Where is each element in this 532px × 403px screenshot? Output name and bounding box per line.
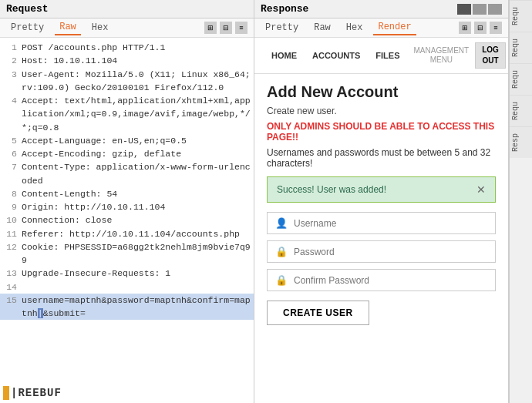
code-line-2: 2 Host: 10.10.11.104: [0, 54, 254, 67]
request-code-area: 1 POST /accounts.php HTTP/1.1 2 Host: 10…: [0, 38, 254, 403]
code-line-8: 8 Content-Length: 54: [0, 187, 254, 200]
site-nav: HOME ACCOUNTS FILES MANAGEMENTMENU LOGOU…: [254, 38, 508, 74]
nav-accounts[interactable]: ACCOUNTS: [305, 46, 368, 65]
password-input[interactable]: [294, 247, 487, 257]
resp-search-icon[interactable]: ⊟: [474, 22, 487, 34]
watermark: |REEBUF: [3, 386, 62, 400]
code-line-3: 3 User-Agent: Mozilla/5.0 (X11; Linux x8…: [0, 68, 254, 95]
success-banner: Success! User was added! ✕: [267, 176, 496, 203]
rendered-page: HOME ACCOUNTS FILES MANAGEMENTMENU LOGOU…: [254, 38, 508, 334]
search-icon[interactable]: ⊟: [220, 22, 232, 34]
page-title: Add New Account: [267, 83, 496, 101]
lock-confirm-icon: 🔒: [275, 274, 288, 286]
code-line-1: 1 POST /accounts.php HTTP/1.1: [0, 41, 254, 54]
inspector-tab-3[interactable]: Requ: [510, 63, 532, 95]
resp-menu-icon[interactable]: ≡: [490, 22, 502, 34]
response-tab-icons: ⊞ ⊟ ≡: [459, 22, 502, 34]
tab-resp-render[interactable]: Render: [373, 20, 416, 35]
code-line-10: 10 Connection: close: [0, 213, 254, 227]
response-panel: Response Pretty Raw Hex Render ⊞ ⊟ ≡ HOM…: [254, 0, 509, 403]
code-line-11: 11 Referer: http://10.10.11.104/accounts…: [0, 227, 254, 240]
tab-resp-pretty[interactable]: Pretty: [261, 21, 303, 35]
inspector-tab-4[interactable]: Requ: [510, 95, 532, 126]
code-line-9: 9 Origin: http://10.10.11.104: [0, 200, 254, 213]
code-line-6: 6 Accept-Encoding: gzip, deflate: [0, 147, 254, 160]
code-line-13: 13 Upgrade-Insecure-Requests: 1: [0, 267, 254, 280]
page-subtitle: Create new user.: [267, 106, 496, 116]
response-tab-bar: Pretty Raw Hex Render ⊞ ⊟ ≡: [254, 18, 508, 38]
request-tab-bar: Pretty Raw Hex ⊞ ⊟ ≡: [0, 18, 254, 38]
tab-pretty[interactable]: Pretty: [6, 21, 49, 35]
password-note: Usernames and passwords must be between …: [267, 147, 496, 169]
success-message: Success! User was added!: [277, 184, 386, 195]
tab-resp-raw[interactable]: Raw: [309, 21, 335, 35]
nav-files[interactable]: FILES: [368, 46, 407, 65]
username-field-container: 👤: [267, 212, 496, 234]
view-icon-3[interactable]: [488, 4, 502, 15]
lock-icon: 🔒: [275, 246, 288, 257]
view-icon-1[interactable]: [457, 4, 471, 15]
code-line-5: 5 Accept-Language: en-US,en;q=0.5: [0, 134, 254, 147]
page-body: Add New Account Create new user. ONLY AD…: [254, 74, 508, 334]
request-header: Request: [0, 0, 254, 18]
nav-logout: LOGOUT: [475, 42, 506, 69]
menu-icon[interactable]: ≡: [235, 22, 247, 34]
response-content: HOME ACCOUNTS FILES MANAGEMENTMENU LOGOU…: [254, 38, 508, 403]
code-line-12: 12 Cookie: PHPSESSID=a68gg2tk2nehlm8jm9b…: [0, 240, 254, 267]
view-icons: [457, 4, 502, 15]
code-line-15: 15 username=maptnh&password=maptnh&confi…: [0, 294, 254, 321]
tab-hex[interactable]: Hex: [87, 21, 113, 35]
request-title: Request: [6, 3, 49, 15]
inspector-tab-1[interactable]: Requ: [510, 0, 532, 32]
request-tab-icons: ⊞ ⊟ ≡: [204, 22, 247, 34]
nav-management[interactable]: MANAGEMENTMENU: [408, 43, 476, 68]
code-line-14: 14: [0, 280, 254, 294]
inspector-tab-5[interactable]: Resp: [510, 126, 532, 158]
wrap-icon[interactable]: ⊞: [204, 22, 217, 34]
response-header: Response: [254, 0, 508, 18]
admin-warning: ONLY ADMINS SHOULD BE ABLE TO ACCESS THI…: [267, 121, 496, 143]
code-line-7: 7 Content-Type: application/x-www-form-u…: [0, 160, 254, 187]
inspector-panel: Requ Requ Requ Requ Resp: [509, 0, 532, 403]
create-user-button[interactable]: CREATE USER: [267, 301, 369, 325]
view-icon-2[interactable]: [473, 4, 487, 15]
response-title: Response: [261, 3, 308, 15]
watermark-bar: [3, 386, 9, 400]
success-close-button[interactable]: ✕: [476, 183, 486, 196]
password-field-container: 🔒: [267, 240, 496, 263]
logout-button[interactable]: LOGOUT: [475, 42, 506, 69]
resp-wrap-icon[interactable]: ⊞: [459, 22, 471, 34]
request-panel: Request Pretty Raw Hex ⊞ ⊟ ≡ 1 POST /acc…: [0, 0, 254, 403]
confirm-password-input[interactable]: [294, 275, 487, 286]
nav-home[interactable]: HOME: [264, 46, 305, 65]
user-icon: 👤: [275, 217, 288, 229]
confirm-password-field-container: 🔒: [267, 269, 496, 291]
username-input[interactable]: [294, 218, 487, 229]
tab-raw[interactable]: Raw: [55, 20, 81, 35]
code-line-4: 4 Accept: text/html,application/xhtml+xm…: [0, 94, 254, 134]
inspector-tab-2[interactable]: Requ: [510, 32, 532, 63]
watermark-text: |REEBUF: [11, 387, 62, 399]
tab-resp-hex[interactable]: Hex: [342, 21, 368, 35]
